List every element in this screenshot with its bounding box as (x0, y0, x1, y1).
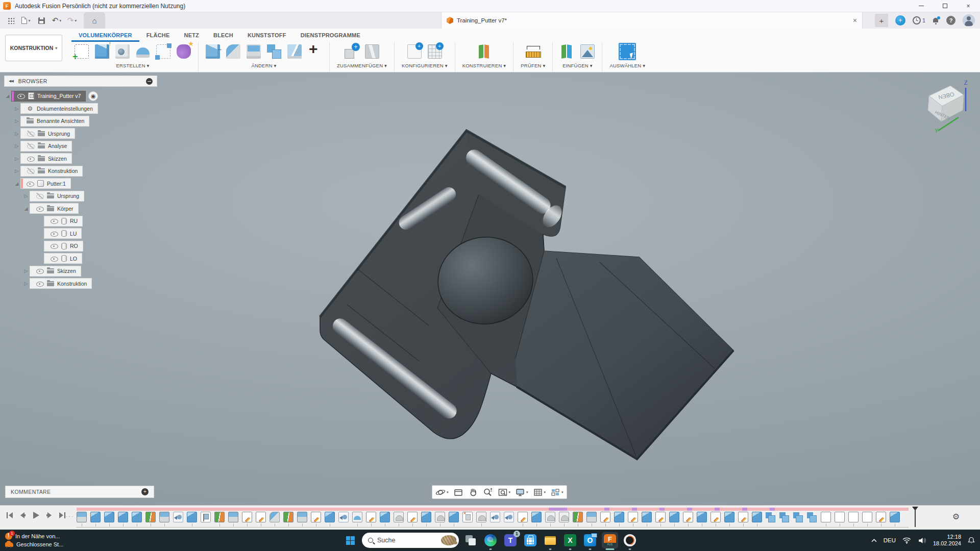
ribbon-tool-icon[interactable] (115, 44, 130, 59)
browser-tree-row[interactable]: Ursprung ◉ (4, 128, 157, 140)
minimize-button[interactable] (910, 0, 933, 12)
expander-icon[interactable] (22, 206, 30, 211)
taskbar-app-button[interactable] (462, 532, 479, 548)
zoom-button[interactable] (483, 487, 493, 497)
browser-node-chip[interactable]: Analyse (20, 141, 72, 152)
timeline-feature[interactable] (518, 512, 528, 522)
workspace-selector[interactable]: KONSTRUKTION ▾ (5, 35, 62, 61)
browser-node-chip[interactable]: Ursprung (30, 191, 84, 202)
wifi-icon[interactable] (902, 537, 911, 544)
timeline-feature[interactable] (793, 512, 803, 522)
visibility-eye-icon[interactable] (27, 168, 35, 174)
browser-tree-row[interactable]: Dokumenteinstellungen ◉ (4, 103, 157, 115)
skip-to-start-button[interactable] (6, 511, 14, 519)
timeline-feature[interactable] (683, 512, 693, 522)
timeline-feature[interactable] (242, 512, 252, 522)
taskbar-app-button[interactable] (622, 532, 638, 548)
expander-icon[interactable] (13, 181, 20, 186)
ribbon-group-label[interactable]: AUSWÄHLEN ▾ (609, 63, 645, 68)
browser-node-chip[interactable]: Putter:1 (20, 178, 71, 189)
timeline-feature[interactable] (118, 512, 128, 522)
timeline-feature[interactable] (132, 512, 142, 522)
visibility-eye-icon[interactable] (26, 181, 34, 187)
pan-button[interactable] (468, 487, 478, 497)
taskbar-app-button[interactable] (542, 532, 558, 548)
timeline-feature[interactable] (614, 512, 624, 522)
step-forward-button[interactable] (45, 511, 53, 519)
expander-icon[interactable] (13, 168, 20, 173)
ribbon-tool-icon[interactable] (580, 44, 595, 59)
browser-tree-row[interactable]: Training_Putter v7 ◉ (4, 90, 157, 103)
timeline-feature[interactable] (449, 512, 459, 522)
ribbon-group-label[interactable]: ÄNDERN ▾ (251, 63, 276, 68)
ribbon-tool-icon[interactable] (177, 44, 191, 59)
timeline-feature[interactable] (352, 512, 362, 522)
timeline-feature[interactable] (600, 512, 610, 522)
timeline-feature[interactable] (766, 512, 776, 522)
ribbon-tool-icon[interactable] (75, 44, 89, 59)
browser-tree-row[interactable]: Körper ◉ (4, 203, 157, 215)
taskbar-widget[interactable]: 1 In der Nähe von... Geschlossene St... (5, 533, 63, 548)
notifications-bell-icon[interactable] (933, 17, 939, 24)
ribbon-tool-icon[interactable] (308, 44, 322, 59)
look-at-button[interactable] (453, 487, 463, 497)
timeline-feature[interactable] (531, 512, 542, 522)
ribbon-tool-icon[interactable] (287, 44, 302, 59)
browser-node-chip[interactable]: RU (44, 216, 83, 227)
visibility-eye-icon[interactable] (27, 131, 35, 137)
ribbon-tool-icon[interactable] (477, 44, 491, 59)
visibility-eye-icon[interactable] (36, 281, 44, 287)
timeline-drag-handle[interactable]: ··· (65, 513, 75, 520)
document-close-icon[interactable]: × (853, 16, 857, 24)
timeline-feature[interactable] (435, 512, 445, 522)
taskbar-app-button[interactable] (562, 532, 578, 548)
display-settings-button[interactable]: ▾ (515, 487, 528, 497)
expander-icon[interactable] (22, 193, 30, 198)
browser-tree-row[interactable]: Konstruktion ◉ (4, 278, 157, 290)
viewports-button[interactable]: ▾ (550, 487, 564, 497)
file-menu-button[interactable]: ▾ (19, 14, 33, 27)
timeline-feature[interactable] (559, 512, 569, 522)
timeline-feature[interactable] (835, 512, 845, 522)
timeline-feature[interactable] (159, 512, 169, 522)
browser-node-chip[interactable]: Skizzen (20, 153, 72, 164)
taskbar-app-button[interactable] (482, 532, 499, 548)
browser-node-chip[interactable]: Dokumenteinstellungen (20, 103, 98, 114)
browser-node-chip[interactable]: LU (44, 228, 82, 239)
browser-node-chip[interactable]: LO (44, 253, 82, 264)
browser-tree-row[interactable]: Skizzen ◉ (4, 265, 157, 278)
minimize-panel-icon[interactable] (146, 78, 153, 85)
ribbon-tool-icon[interactable] (428, 44, 442, 59)
timeline-feature[interactable] (421, 512, 431, 522)
job-status-button[interactable]: 1 (913, 16, 925, 24)
ribbon-tool-icon[interactable] (247, 44, 261, 59)
browser-node-chip[interactable]: Konstruktion (20, 166, 83, 177)
browser-tree-row[interactable]: RU ◉ (4, 215, 157, 228)
timeline-feature[interactable] (738, 512, 748, 522)
expander-icon[interactable] (13, 143, 20, 148)
taskbar-search[interactable]: Suche (362, 533, 459, 548)
timeline-settings-gear-icon[interactable]: ⚙ (952, 512, 960, 521)
timeline-feature[interactable] (807, 512, 817, 522)
timeline-feature[interactable] (628, 512, 638, 522)
expander-icon[interactable] (13, 106, 20, 111)
timeline-feature[interactable] (311, 512, 321, 522)
browser-node-chip[interactable]: Konstruktion (30, 278, 92, 289)
timeline-feature[interactable] (504, 512, 514, 522)
comments-bar[interactable]: KOMMENTARE + (5, 486, 154, 498)
timeline-feature[interactable] (407, 512, 418, 522)
browser-tree-row[interactable]: LU ◉ (4, 228, 157, 240)
timeline-feature[interactable] (586, 512, 597, 522)
timeline-feature[interactable] (862, 512, 872, 522)
expander-icon[interactable] (13, 118, 20, 123)
timeline-feature[interactable] (724, 512, 734, 522)
ribbon-tool-icon[interactable] (526, 44, 540, 59)
expander-icon[interactable] (22, 281, 30, 286)
ribbon-tool-icon[interactable] (619, 43, 636, 60)
user-avatar[interactable] (963, 14, 975, 27)
visibility-eye-icon[interactable] (27, 143, 35, 149)
timeline-feature[interactable] (270, 512, 280, 522)
ribbon-group-label[interactable]: PRÜFEN ▾ (521, 63, 545, 68)
timeline-feature[interactable] (890, 512, 900, 522)
timeline-feature[interactable] (77, 512, 87, 522)
